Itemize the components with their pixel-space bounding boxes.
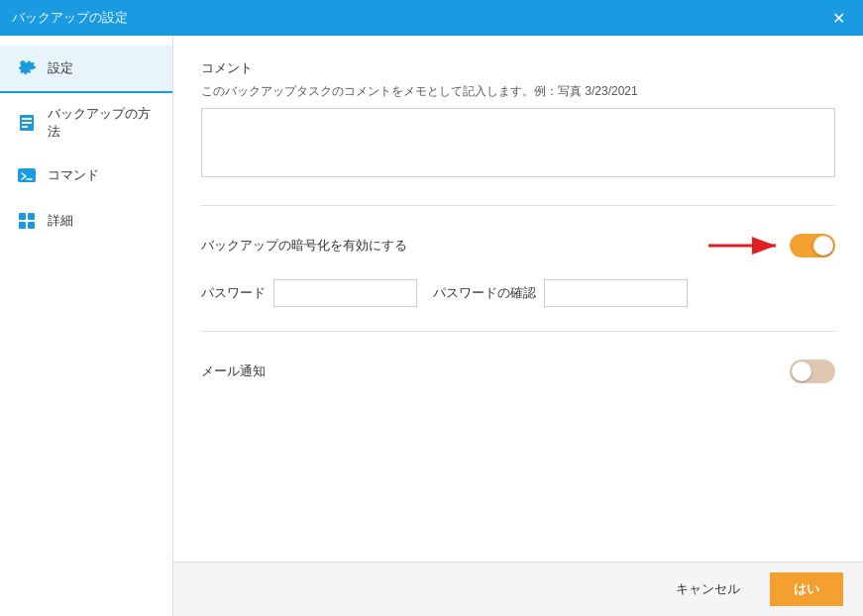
encryption-label: バックアップの暗号化を有効にする [201,237,407,255]
footer: キャンセル はい [173,562,863,616]
file-icon [16,112,38,134]
svg-rect-8 [19,222,26,229]
sidebar-item-backup-method-label: バックアップの方法 [48,105,157,141]
sidebar-item-backup-method[interactable]: バックアップの方法 [0,93,172,153]
mail-toggle-thumb [792,361,811,381]
encryption-toggle-thumb [813,236,833,256]
comment-section: コメント このバックアップタスクのコメントをメモとして記入します。例：写真 3/… [201,59,835,206]
sidebar-item-detail[interactable]: 詳細 [0,198,172,244]
encryption-section: バックアップの暗号化を有効にする [201,206,835,332]
encryption-toggle-track [790,234,835,257]
mail-toggle[interactable] [790,359,835,383]
sidebar-item-command[interactable]: コマンド [0,153,172,198]
svg-rect-1 [22,118,32,120]
red-arrow-annotation [708,231,788,260]
content-scroll: コメント このバックアップタスクのコメントをメモとして記入します。例：写真 3/… [173,36,863,562]
password-confirm-group: パスワードの確認 [433,279,688,307]
password-field-group: パスワード [201,279,417,307]
svg-rect-3 [22,126,28,128]
grid-icon [16,210,38,232]
close-button[interactable]: ✕ [826,7,851,30]
svg-rect-4 [18,168,36,182]
cancel-button[interactable]: キャンセル [656,572,760,606]
comment-label: コメント [201,59,835,77]
svg-rect-7 [28,213,35,220]
sidebar: 設定 バックアップの方法 コマンド [0,36,173,616]
svg-rect-6 [19,213,26,220]
title-bar: バックアップの設定 ✕ [0,0,863,36]
sidebar-item-detail-label: 詳細 [48,212,73,230]
sidebar-item-settings[interactable]: 設定 [0,46,172,93]
password-label: パスワード [201,284,266,302]
main-layout: 設定 バックアップの方法 コマンド [0,36,863,616]
sidebar-item-command-label: コマンド [48,166,99,184]
password-confirm-input[interactable] [544,279,688,307]
sidebar-item-settings-label: 設定 [48,59,73,77]
mail-toggle-track [790,359,835,383]
password-input[interactable] [273,279,417,307]
mail-label: メール通知 [201,362,266,380]
encryption-row: バックアップの暗号化を有効にする [201,224,835,267]
gear-icon [16,57,38,79]
svg-rect-2 [22,122,32,124]
mail-section: メール通知 [201,332,835,417]
encryption-toggle[interactable] [790,234,835,257]
comment-hint: このバックアップタスクのコメントをメモとして記入します。例：写真 3/23/20… [201,83,835,100]
title-bar-text: バックアップの設定 [12,9,128,27]
content-area: コメント このバックアップタスクのコメントをメモとして記入します。例：写真 3/… [173,36,863,616]
password-confirm-label: パスワードの確認 [433,284,536,302]
terminal-icon [16,164,38,186]
password-row: パスワード パスワードの確認 [201,267,835,307]
mail-row: メール通知 [201,350,835,393]
svg-rect-9 [28,222,35,229]
comment-textarea[interactable] [201,108,835,177]
ok-button[interactable]: はい [770,572,843,606]
